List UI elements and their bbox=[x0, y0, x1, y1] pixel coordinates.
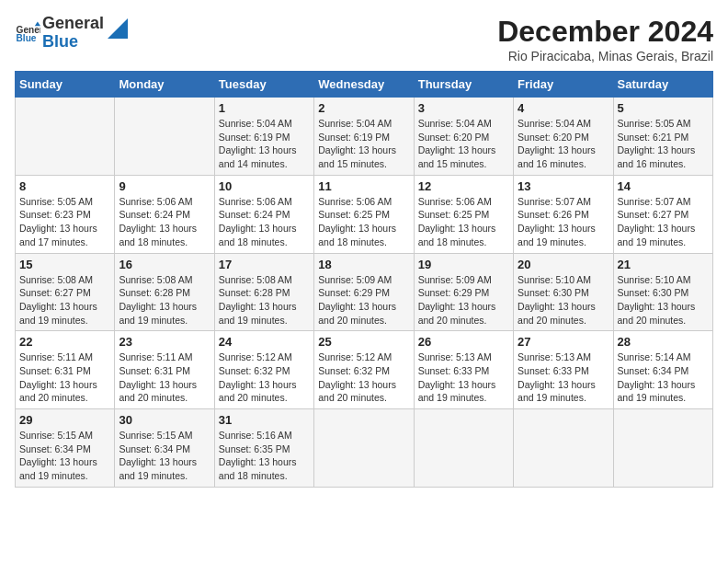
calendar-week-row: 15 Sunrise: 5:08 AMSunset: 6:27 PMDaylig… bbox=[16, 253, 713, 331]
day-info: Sunrise: 5:04 AMSunset: 6:19 PMDaylight:… bbox=[318, 118, 396, 169]
day-number: 13 bbox=[518, 179, 609, 193]
calendar-cell: 19 Sunrise: 5:09 AMSunset: 6:29 PMDaylig… bbox=[414, 253, 513, 331]
calendar-cell: 22 Sunrise: 5:11 AMSunset: 6:31 PMDaylig… bbox=[16, 331, 115, 409]
svg-marker-2 bbox=[35, 21, 40, 26]
calendar-cell bbox=[414, 409, 513, 488]
col-header-monday: Monday bbox=[115, 72, 214, 98]
day-info: Sunrise: 5:09 AMSunset: 6:29 PMDaylight:… bbox=[418, 274, 496, 326]
calendar-cell: 28 Sunrise: 5:14 AMSunset: 6:34 PMDaylig… bbox=[613, 331, 712, 409]
day-info: Sunrise: 5:08 AMSunset: 6:28 PMDaylight:… bbox=[119, 274, 197, 326]
col-header-sunday: Sunday bbox=[16, 72, 115, 98]
calendar-week-row: 22 Sunrise: 5:11 AMSunset: 6:31 PMDaylig… bbox=[16, 331, 713, 409]
day-number: 10 bbox=[219, 179, 310, 193]
day-number: 20 bbox=[518, 258, 609, 271]
col-header-thursday: Thursday bbox=[414, 72, 513, 98]
logo-blue-text: Blue bbox=[42, 33, 104, 52]
day-info: Sunrise: 5:06 AMSunset: 6:24 PMDaylight:… bbox=[219, 196, 297, 247]
calendar-cell: 31 Sunrise: 5:16 AMSunset: 6:35 PMDaylig… bbox=[214, 409, 313, 488]
calendar-cell: 5 Sunrise: 5:05 AMSunset: 6:21 PMDayligh… bbox=[613, 98, 712, 176]
day-info: Sunrise: 5:07 AMSunset: 6:26 PMDaylight:… bbox=[518, 196, 596, 247]
calendar-table: SundayMondayTuesdayWednesdayThursdayFrid… bbox=[15, 71, 713, 488]
day-info: Sunrise: 5:06 AMSunset: 6:24 PMDaylight:… bbox=[119, 196, 197, 247]
logo-general-text: General bbox=[42, 15, 104, 33]
day-number: 29 bbox=[19, 413, 110, 427]
day-number: 9 bbox=[119, 179, 210, 193]
day-info: Sunrise: 5:13 AMSunset: 6:33 PMDaylight:… bbox=[418, 351, 496, 403]
day-info: Sunrise: 5:15 AMSunset: 6:34 PMDaylight:… bbox=[119, 430, 197, 481]
day-info: Sunrise: 5:05 AMSunset: 6:21 PMDaylight:… bbox=[618, 118, 696, 169]
page-header: General Blue General Blue December 2024 … bbox=[15, 15, 713, 63]
day-info: Sunrise: 5:06 AMSunset: 6:25 PMDaylight:… bbox=[418, 196, 496, 247]
calendar-cell: 24 Sunrise: 5:12 AMSunset: 6:32 PMDaylig… bbox=[214, 331, 313, 409]
day-number: 14 bbox=[618, 179, 709, 193]
calendar-cell: 16 Sunrise: 5:08 AMSunset: 6:28 PMDaylig… bbox=[115, 253, 214, 331]
calendar-cell: 25 Sunrise: 5:12 AMSunset: 6:32 PMDaylig… bbox=[314, 331, 414, 409]
logo-arrow-icon bbox=[108, 18, 128, 39]
calendar-cell bbox=[314, 409, 414, 488]
day-number: 28 bbox=[618, 335, 709, 349]
day-number: 8 bbox=[19, 179, 110, 193]
day-number: 22 bbox=[19, 335, 110, 349]
day-info: Sunrise: 5:08 AMSunset: 6:28 PMDaylight:… bbox=[219, 274, 297, 326]
calendar-cell bbox=[16, 98, 115, 176]
svg-marker-3 bbox=[108, 18, 128, 39]
col-header-saturday: Saturday bbox=[613, 72, 712, 98]
subtitle: Rio Piracicaba, Minas Gerais, Brazil bbox=[497, 49, 713, 63]
calendar-cell: 21 Sunrise: 5:10 AMSunset: 6:30 PMDaylig… bbox=[613, 253, 712, 331]
col-header-friday: Friday bbox=[514, 72, 613, 98]
calendar-cell: 13 Sunrise: 5:07 AMSunset: 6:26 PMDaylig… bbox=[514, 175, 613, 253]
day-info: Sunrise: 5:05 AMSunset: 6:23 PMDaylight:… bbox=[19, 196, 97, 247]
calendar-cell: 20 Sunrise: 5:10 AMSunset: 6:30 PMDaylig… bbox=[514, 253, 613, 331]
day-info: Sunrise: 5:08 AMSunset: 6:27 PMDaylight:… bbox=[19, 274, 97, 326]
day-number: 30 bbox=[119, 413, 210, 427]
calendar-week-row: 29 Sunrise: 5:15 AMSunset: 6:34 PMDaylig… bbox=[16, 409, 713, 488]
logo: General Blue General Blue bbox=[15, 15, 128, 52]
calendar-cell: 26 Sunrise: 5:13 AMSunset: 6:33 PMDaylig… bbox=[414, 331, 513, 409]
day-number: 11 bbox=[318, 179, 409, 193]
day-number: 21 bbox=[618, 258, 709, 271]
day-info: Sunrise: 5:04 AMSunset: 6:20 PMDaylight:… bbox=[518, 118, 596, 169]
day-info: Sunrise: 5:11 AMSunset: 6:31 PMDaylight:… bbox=[19, 351, 97, 403]
day-info: Sunrise: 5:06 AMSunset: 6:25 PMDaylight:… bbox=[318, 196, 396, 247]
day-number: 5 bbox=[618, 101, 709, 115]
calendar-cell: 12 Sunrise: 5:06 AMSunset: 6:25 PMDaylig… bbox=[414, 175, 513, 253]
calendar-cell: 14 Sunrise: 5:07 AMSunset: 6:27 PMDaylig… bbox=[613, 175, 712, 253]
calendar-cell: 3 Sunrise: 5:04 AMSunset: 6:20 PMDayligh… bbox=[414, 98, 513, 176]
calendar-cell: 8 Sunrise: 5:05 AMSunset: 6:23 PMDayligh… bbox=[16, 175, 115, 253]
calendar-cell: 27 Sunrise: 5:13 AMSunset: 6:33 PMDaylig… bbox=[514, 331, 613, 409]
day-number: 17 bbox=[219, 258, 310, 271]
day-info: Sunrise: 5:10 AMSunset: 6:30 PMDaylight:… bbox=[618, 274, 696, 326]
day-number: 19 bbox=[418, 258, 509, 271]
day-info: Sunrise: 5:04 AMSunset: 6:20 PMDaylight:… bbox=[418, 118, 496, 169]
calendar-cell: 2 Sunrise: 5:04 AMSunset: 6:19 PMDayligh… bbox=[314, 98, 414, 176]
calendar-cell: 15 Sunrise: 5:08 AMSunset: 6:27 PMDaylig… bbox=[16, 253, 115, 331]
day-info: Sunrise: 5:09 AMSunset: 6:29 PMDaylight:… bbox=[318, 274, 396, 326]
day-number: 1 bbox=[219, 101, 310, 115]
day-number: 24 bbox=[219, 335, 310, 349]
calendar-cell: 17 Sunrise: 5:08 AMSunset: 6:28 PMDaylig… bbox=[214, 253, 313, 331]
calendar-cell bbox=[115, 98, 214, 176]
day-number: 3 bbox=[418, 101, 509, 115]
main-title: December 2024 bbox=[497, 15, 713, 49]
day-info: Sunrise: 5:12 AMSunset: 6:32 PMDaylight:… bbox=[219, 351, 297, 403]
logo-icon: General Blue bbox=[15, 20, 40, 46]
day-number: 25 bbox=[318, 335, 409, 349]
col-header-wednesday: Wednesday bbox=[314, 72, 414, 98]
calendar-cell: 30 Sunrise: 5:15 AMSunset: 6:34 PMDaylig… bbox=[115, 409, 214, 488]
day-info: Sunrise: 5:14 AMSunset: 6:34 PMDaylight:… bbox=[618, 351, 696, 403]
day-info: Sunrise: 5:11 AMSunset: 6:31 PMDaylight:… bbox=[119, 351, 197, 403]
day-info: Sunrise: 5:15 AMSunset: 6:34 PMDaylight:… bbox=[19, 430, 97, 481]
calendar-cell: 11 Sunrise: 5:06 AMSunset: 6:25 PMDaylig… bbox=[314, 175, 414, 253]
svg-text:Blue: Blue bbox=[17, 33, 37, 43]
day-number: 15 bbox=[19, 258, 110, 271]
day-info: Sunrise: 5:04 AMSunset: 6:19 PMDaylight:… bbox=[219, 118, 297, 169]
day-number: 27 bbox=[518, 335, 609, 349]
day-info: Sunrise: 5:07 AMSunset: 6:27 PMDaylight:… bbox=[618, 196, 696, 247]
day-info: Sunrise: 5:16 AMSunset: 6:35 PMDaylight:… bbox=[219, 430, 297, 481]
day-number: 26 bbox=[418, 335, 509, 349]
col-header-tuesday: Tuesday bbox=[214, 72, 313, 98]
day-number: 18 bbox=[318, 258, 409, 271]
calendar-week-row: 1 Sunrise: 5:04 AMSunset: 6:19 PMDayligh… bbox=[16, 98, 713, 176]
calendar-cell: 23 Sunrise: 5:11 AMSunset: 6:31 PMDaylig… bbox=[115, 331, 214, 409]
day-number: 31 bbox=[219, 413, 310, 427]
